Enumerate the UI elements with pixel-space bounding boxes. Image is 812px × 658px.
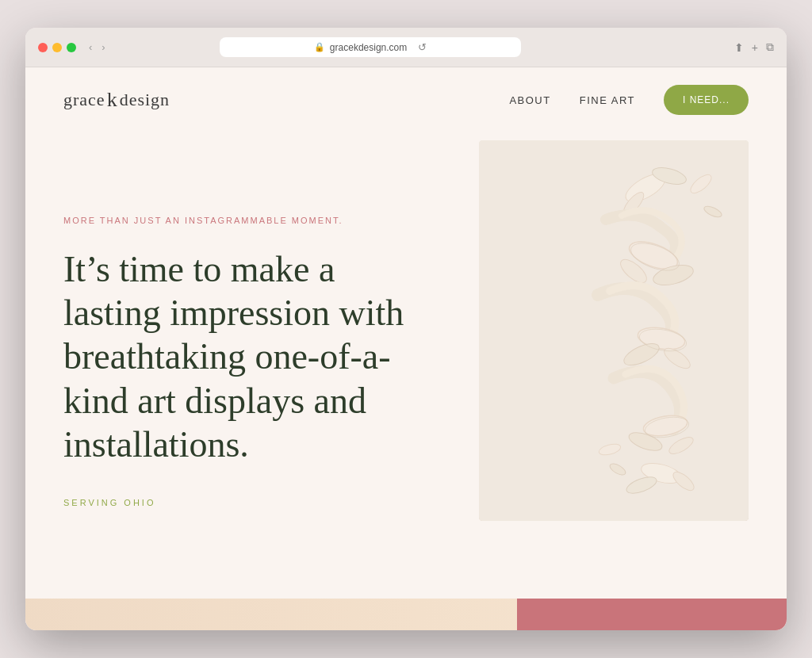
logo-script: k [107,88,118,112]
website-content: grace k design ABOUT FINE ART I NEED... … [25,67,787,630]
share-button[interactable]: ⬆ [734,40,744,54]
hero-tagline: MORE THAN JUST AN INSTAGRAMMABLE MOMENT. [63,216,447,225]
lock-icon: 🔒 [314,42,325,52]
back-button[interactable]: ‹ [86,40,95,55]
hero-section: MORE THAN JUST AN INSTAGRAMMABLE MOMENT.… [25,132,787,599]
strip-left [25,599,517,630]
traffic-lights [38,43,76,52]
fullscreen-button[interactable] [67,43,76,52]
site-logo[interactable]: grace k design [63,88,170,112]
reload-button[interactable]: ↺ [418,41,427,53]
url-text: gracekdesign.com [330,42,407,53]
strip-right [517,599,787,630]
minimize-button[interactable] [52,43,62,52]
hero-image [479,140,749,521]
nav-cta-button[interactable]: I NEED... [664,85,749,115]
site-navigation: grace k design ABOUT FINE ART I NEED... [25,67,787,132]
art-photo [479,140,749,521]
logo-prefix: grace [63,90,105,110]
hero-content: MORE THAN JUST AN INSTAGRAMMABLE MOMENT.… [63,148,447,567]
new-tab-button[interactable]: + [752,40,758,54]
hero-headline: It’s time to make a lasting impression w… [63,247,412,466]
art-svg [479,140,749,521]
browser-chrome: ‹ › 🔒 gracekdesign.com ↺ ⬆ + ⧉ [25,28,787,67]
nav-arrows: ‹ › [86,40,109,55]
nav-links: ABOUT FINE ART I NEED... [509,85,749,115]
duplicate-button[interactable]: ⧉ [766,40,774,54]
nav-about[interactable]: ABOUT [509,94,550,106]
bottom-strip [25,599,787,630]
close-button[interactable] [38,43,48,52]
address-bar[interactable]: 🔒 gracekdesign.com ↺ [220,37,521,57]
browser-window: ‹ › 🔒 gracekdesign.com ↺ ⬆ + ⧉ grace k d… [25,28,787,630]
forward-button[interactable]: › [98,40,108,55]
logo-suffix: design [120,90,170,110]
nav-fine-art[interactable]: FINE ART [580,94,635,106]
browser-actions: ⬆ + ⧉ [734,40,774,54]
hero-subtitle: SERVING OHIO [63,498,447,507]
